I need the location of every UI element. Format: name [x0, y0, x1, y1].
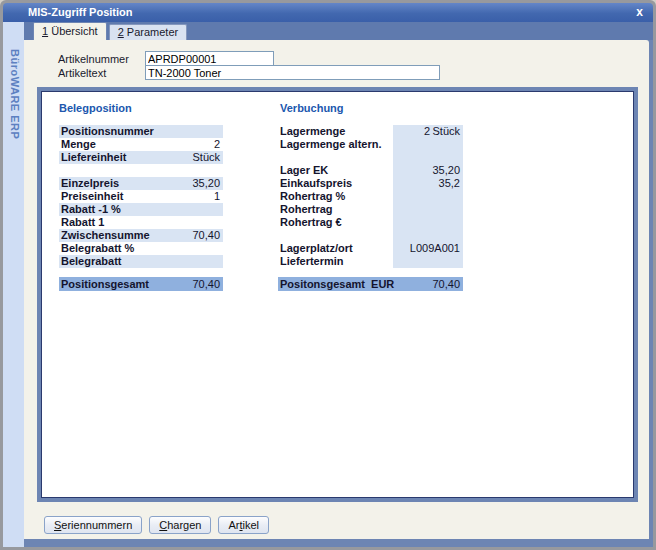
positionsgesamt-eur-row: Positonsgesamt EUR 70,40	[278, 277, 463, 291]
artikeltext-input[interactable]	[145, 65, 440, 80]
row-value	[393, 229, 463, 242]
row-value	[393, 151, 463, 164]
row-unit: Stück	[430, 125, 463, 138]
row-label: Rohertrag	[280, 203, 393, 216]
row-value-cell	[393, 190, 463, 203]
row-label: Menge	[59, 138, 160, 151]
row-label: Lagerplatz/ort	[280, 242, 393, 255]
tab-parameter[interactable]: 2 Parameter	[109, 24, 188, 40]
row-label: Einkaufspreis	[280, 177, 393, 190]
row-value-cell: L009A001	[393, 242, 463, 255]
table-row: LiefereinheitStück	[59, 151, 223, 164]
row-label: Rohertrag €	[280, 216, 393, 229]
titlebar[interactable]: MIS-Zugriff Position x	[3, 3, 653, 22]
row-label: Positionsnummer	[59, 125, 160, 138]
table-row: Lager EK35,20	[280, 164, 463, 177]
row-value	[160, 216, 223, 229]
verbuchung-rows: Lagermenge2Stück Lagermenge altern. Lage…	[280, 125, 463, 268]
row-label: Rabatt 1	[59, 216, 160, 229]
content-area: Artikelnummer Artikeltext Belegposition …	[24, 40, 649, 539]
chargen-button[interactable]: Chargen	[149, 516, 211, 534]
window-title: MIS-Zugriff Position	[28, 6, 132, 18]
row-value: 2	[393, 125, 430, 138]
total-value: 70,40	[160, 277, 223, 291]
button-label-part: hargen	[167, 519, 201, 531]
row-value: Stück	[160, 151, 223, 164]
row-label: Lagermenge	[280, 125, 393, 138]
row-label: Belegrabatt	[59, 255, 160, 268]
verbuchung-header: Verbuchung	[280, 102, 344, 114]
row-value	[160, 242, 223, 255]
row-value: 70,40	[160, 229, 223, 242]
table-row: Rohertrag %	[280, 190, 463, 203]
row-value: L009A001	[393, 242, 463, 255]
tab-bar: 1 Übersicht 2 Parameter	[24, 22, 653, 40]
artikel-button[interactable]: Artikel	[218, 516, 269, 534]
artikelnummer-input[interactable]	[145, 51, 274, 66]
row-label: Lager EK	[280, 164, 393, 177]
table-row: Rabatt -1 %	[59, 203, 223, 216]
tab-mnemonic: 2	[118, 26, 124, 38]
row-value-cell	[393, 216, 463, 229]
artikeltext-label: Artikeltext	[58, 67, 106, 79]
table-row	[280, 229, 463, 242]
button-label-part: eriennummern	[61, 519, 132, 531]
table-row: Rohertrag €	[280, 216, 463, 229]
belegposition-rows: Positionsnummer Menge2 LiefereinheitStüc…	[59, 125, 223, 268]
positionsgesamt-row: Positionsgesamt 70,40	[59, 277, 223, 291]
row-value: 35,20	[160, 177, 223, 190]
dialog-window: MIS-Zugriff Position x BüroWARE ERP 1 Üb…	[0, 0, 656, 550]
row-value	[160, 203, 223, 216]
artikelnummer-label: Artikelnummer	[58, 53, 129, 65]
row-label: Lagermenge altern.	[280, 138, 393, 151]
row-value	[160, 255, 223, 268]
tab-uebersicht[interactable]: 1 Übersicht	[33, 22, 107, 40]
row-value: 1	[160, 190, 223, 203]
table-row: Lagermenge2Stück	[280, 125, 463, 138]
row-label: Einzelpreis	[59, 177, 160, 190]
row-value-cell	[393, 255, 463, 268]
row-value	[393, 203, 463, 216]
tab-mnemonic: 1	[42, 25, 48, 37]
row-value	[393, 255, 463, 268]
row-label: Zwischensumme	[59, 229, 160, 242]
row-label	[59, 164, 160, 177]
row-value: 2	[160, 138, 223, 151]
tab-label: Übersicht	[51, 25, 97, 37]
close-icon[interactable]: x	[636, 3, 643, 21]
seriennummern-button[interactable]: Seriennummern	[44, 516, 142, 534]
row-value	[393, 138, 463, 151]
table-row: Zwischensumme70,40	[59, 229, 223, 242]
table-row: Einzelpreis35,20	[59, 177, 223, 190]
row-label: Liefertermin	[280, 255, 393, 268]
position-panel: Belegposition Verbuchung Positionsnummer…	[41, 91, 634, 498]
row-value-cell: 35,2	[393, 177, 463, 190]
table-row: Rabatt 1	[59, 216, 223, 229]
row-label: Rohertrag %	[280, 190, 393, 203]
button-row: Seriennummern Chargen Artikel	[44, 516, 269, 534]
row-label: Rabatt -1 %	[59, 203, 160, 216]
table-row: Belegrabatt	[59, 255, 223, 268]
row-label: Liefereinheit	[59, 151, 160, 164]
table-row	[280, 151, 463, 164]
tab-label: Parameter	[127, 26, 178, 38]
table-row: Liefertermin	[280, 255, 463, 268]
table-row: Preiseinheit1	[59, 190, 223, 203]
row-value-cell: 35,20	[393, 164, 463, 177]
row-value-cell	[393, 138, 463, 151]
table-row: Positionsnummer	[59, 125, 223, 138]
table-row: Einkaufspreis35,2	[280, 177, 463, 190]
row-value-cell	[393, 203, 463, 216]
belegposition-header: Belegposition	[59, 102, 132, 114]
total-label: Positionsgesamt	[59, 277, 160, 291]
row-value-cell	[393, 229, 463, 242]
window-body: BüroWARE ERP 1 Übersicht 2 Parameter Art…	[3, 22, 653, 547]
row-label: Belegrabatt %	[59, 242, 160, 255]
row-value-cell: 2Stück	[393, 125, 463, 138]
table-row: Menge2	[59, 138, 223, 151]
row-value-cell	[393, 151, 463, 164]
table-row: Lagerplatz/ortL009A001	[280, 242, 463, 255]
row-value: 35,20	[393, 164, 463, 177]
table-row: Rohertrag	[280, 203, 463, 216]
button-label-part: ikel	[243, 519, 260, 531]
